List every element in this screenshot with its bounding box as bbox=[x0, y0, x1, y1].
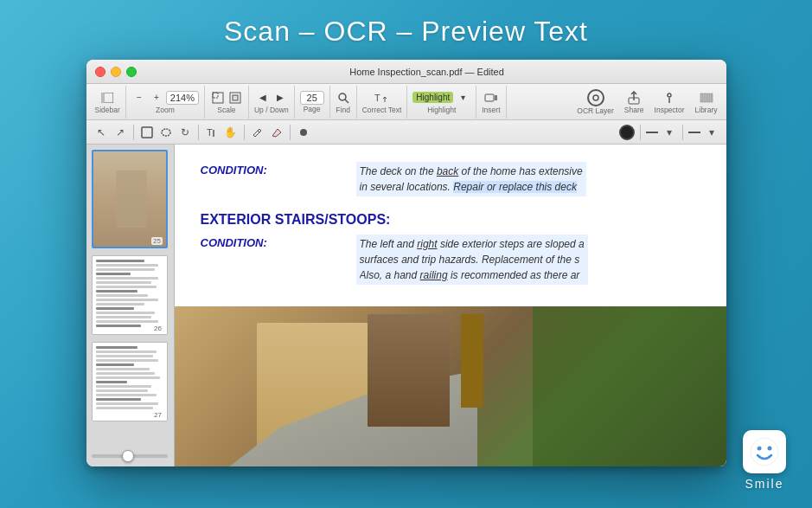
toolbar-page-group: 25 Page bbox=[295, 86, 330, 119]
photo-placeholder bbox=[175, 306, 726, 466]
next-page-icon[interactable]: ▶ bbox=[272, 90, 288, 106]
close-button[interactable] bbox=[95, 67, 105, 77]
eraser-icon[interactable] bbox=[269, 125, 285, 140]
rect-tool-icon[interactable] bbox=[139, 125, 155, 140]
svg-point-31 bbox=[768, 447, 772, 451]
line-style-icon[interactable] bbox=[646, 132, 658, 133]
brush-size-icon[interactable] bbox=[296, 125, 311, 140]
lasso-tool-icon[interactable] bbox=[158, 125, 174, 140]
highlight-button[interactable]: Highlight bbox=[412, 92, 453, 103]
toolbar2-separator2 bbox=[198, 125, 199, 140]
sidebar-label: Sidebar bbox=[95, 106, 120, 114]
pan-tool-icon[interactable]: ✋ bbox=[223, 125, 239, 140]
zoom-value[interactable]: 214% bbox=[166, 91, 199, 105]
ocr-layer-icon[interactable] bbox=[587, 89, 604, 106]
line-style2-icon[interactable] bbox=[688, 132, 700, 133]
toolbar-find-group: Find bbox=[330, 86, 357, 119]
svg-point-6 bbox=[339, 93, 346, 100]
scale-label: Scale bbox=[217, 106, 235, 114]
updown-label: Up / Down bbox=[254, 106, 289, 114]
line-dropdown-icon[interactable]: ▾ bbox=[662, 125, 677, 140]
main-content: 25 bbox=[86, 145, 726, 466]
svg-rect-1 bbox=[101, 93, 105, 103]
pdf-content: CONDITION: The deck on the back of the h… bbox=[175, 145, 726, 466]
toolbar-updown-group: ◀ ▶ Up / Down bbox=[249, 86, 295, 119]
toolbar-inspector-group: Inspector bbox=[649, 86, 690, 119]
svg-line-7 bbox=[345, 100, 348, 103]
ocr-layer-label[interactable]: OCR Layer bbox=[577, 106, 614, 115]
condition2-text[interactable]: The left and right side exterior steps a… bbox=[360, 236, 585, 283]
sidebar: 25 bbox=[86, 145, 175, 466]
page-thumbnail-26[interactable]: 26 bbox=[92, 255, 168, 335]
svg-text:T: T bbox=[374, 93, 380, 103]
svg-rect-22 bbox=[711, 93, 713, 102]
color-picker-icon[interactable] bbox=[619, 125, 635, 140]
page-thumbnail-27[interactable]: 27 bbox=[92, 342, 168, 421]
select-tool-icon[interactable]: ↖ bbox=[93, 125, 109, 140]
share-label[interactable]: Share bbox=[624, 106, 644, 114]
rotate-tool-icon[interactable]: ↻ bbox=[177, 125, 193, 140]
scale-icon2[interactable] bbox=[227, 90, 243, 106]
condition1-text[interactable]: The deck on the back of the home has ext… bbox=[360, 164, 583, 195]
toolbar-share-group: Share bbox=[619, 86, 649, 119]
toolbar-highlight-group: Highlight ▾ Highlight bbox=[407, 86, 476, 119]
prev-page-icon[interactable]: ◀ bbox=[255, 90, 271, 106]
condition1-label: CONDITION: bbox=[201, 164, 267, 177]
svg-rect-5 bbox=[233, 95, 238, 100]
condition-row-2: CONDITION: The left and right side exter… bbox=[201, 235, 700, 286]
library-icon[interactable] bbox=[699, 90, 714, 106]
zoom-slider-area bbox=[92, 451, 168, 461]
inspector-label[interactable]: Inspector bbox=[655, 106, 685, 114]
mac-window: Home Inspection_scan.pdf — Edited Sideba… bbox=[86, 60, 726, 466]
thumb-page-num-27: 27 bbox=[152, 411, 163, 419]
svg-rect-23 bbox=[142, 127, 152, 138]
toolbar2-separator4 bbox=[290, 125, 291, 140]
minimize-button[interactable] bbox=[111, 67, 121, 77]
toolbar2-separator3 bbox=[244, 125, 245, 140]
zoom-slider-track[interactable] bbox=[92, 454, 168, 458]
svg-point-14 bbox=[593, 95, 598, 100]
toolbar-insert-group: Insert bbox=[476, 86, 506, 119]
svg-line-27 bbox=[258, 131, 259, 132]
smile-logo bbox=[743, 430, 786, 473]
toolbar2-separator6 bbox=[682, 125, 683, 140]
markup-icon[interactable] bbox=[250, 125, 265, 140]
find-icon[interactable] bbox=[336, 90, 351, 106]
toolbar-correct-text-group: T Correct Text bbox=[357, 86, 408, 119]
share-icon[interactable] bbox=[626, 90, 642, 106]
text-select-icon[interactable]: T bbox=[204, 125, 220, 140]
svg-rect-10 bbox=[485, 94, 494, 101]
traffic-lights bbox=[95, 67, 137, 77]
window-title: Home Inspection_scan.pdf — Edited bbox=[137, 67, 718, 77]
svg-point-28 bbox=[300, 129, 307, 136]
page-title: Scan – OCR – Preview Text bbox=[224, 16, 588, 48]
page-label: Page bbox=[304, 105, 321, 113]
zoom-in-icon[interactable]: + bbox=[149, 90, 164, 106]
arrow-tool-icon[interactable]: ↗ bbox=[112, 125, 128, 140]
page-number[interactable]: 25 bbox=[300, 91, 324, 105]
pdf-page: CONDITION: The deck on the back of the h… bbox=[175, 145, 726, 466]
sidebar-icon[interactable] bbox=[99, 90, 115, 106]
library-label[interactable]: Library bbox=[695, 106, 718, 114]
zoom-label: Zoom bbox=[156, 106, 175, 114]
condition2-label: CONDITION: bbox=[201, 236, 267, 249]
maximize-button[interactable] bbox=[126, 67, 137, 77]
thumb-page-num-26: 26 bbox=[152, 325, 163, 332]
page-thumbnail-25[interactable]: 25 bbox=[92, 150, 168, 248]
zoom-out-icon[interactable]: − bbox=[131, 90, 147, 106]
svg-point-24 bbox=[162, 129, 170, 136]
insert-icon[interactable] bbox=[483, 90, 499, 106]
toolbar2-separator1 bbox=[133, 125, 134, 140]
correct-text-icon[interactable]: T bbox=[374, 90, 389, 106]
scale-icon[interactable] bbox=[210, 90, 226, 106]
zoom-slider-thumb[interactable] bbox=[122, 450, 134, 462]
toolbar-tools: ↖ ↗ ↻ T ✋ ▾ bbox=[86, 120, 726, 145]
toolbar-scale-group: Scale bbox=[205, 86, 249, 119]
highlight-label: Highlight bbox=[427, 106, 456, 114]
inspector-icon[interactable] bbox=[662, 90, 677, 106]
toolbar-sidebar-group: Sidebar bbox=[90, 86, 126, 119]
highlight-dropdown-icon[interactable]: ▾ bbox=[455, 90, 470, 106]
svg-point-29 bbox=[751, 438, 778, 466]
line-dropdown2-icon[interactable]: ▾ bbox=[704, 125, 719, 140]
toolbar-ocr-layer-group: OCR Layer bbox=[572, 86, 619, 119]
